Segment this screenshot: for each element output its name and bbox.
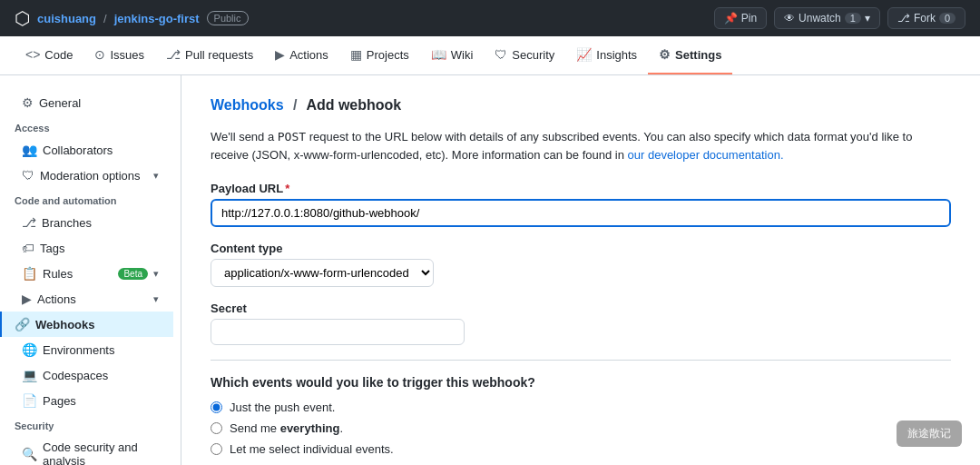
main-content: Webhooks / Add webhook We'll send a POST…	[181, 75, 980, 465]
sidebar-item-moderation[interactable]: 🛡 Moderation options ▾	[7, 163, 173, 188]
secret-input[interactable]	[211, 319, 465, 345]
breadcrumb-current: Add webhook	[306, 97, 401, 113]
beta-badge: Beta	[118, 268, 148, 280]
webhook-description: We'll send a POST request to the URL bel…	[211, 128, 951, 163]
sidebar-section-code-automation: Code and automation	[0, 188, 181, 210]
tab-pull-requests[interactable]: ⎇ Pull requests	[155, 36, 264, 74]
sidebar-item-actions[interactable]: ▶ Actions ▾	[7, 286, 173, 312]
breadcrumb-sep: /	[293, 97, 297, 113]
pin-button[interactable]: 📌 Pin	[714, 7, 767, 29]
payload-url-label: Payload URL*	[211, 182, 951, 195]
sidebar-item-general[interactable]: ⚙ General	[7, 90, 173, 115]
github-icon: ⬡	[15, 7, 30, 29]
content-type-select[interactable]: application/x-www-form-urlencoded applic…	[211, 259, 434, 287]
fork-icon: ⎇	[897, 12, 910, 25]
radio-everything[interactable]: Send me everything.	[211, 421, 951, 435]
sidebar-item-rules[interactable]: 📋 Rules Beta ▾	[7, 261, 173, 286]
events-radio-group: Just the push event. Send me everything.…	[211, 401, 951, 456]
actions-sidebar-icon: ▶	[22, 292, 32, 306]
tab-settings[interactable]: ⚙ Settings	[648, 36, 732, 74]
sidebar: ⚙ General Access 👥 Collaborators 🛡 Moder…	[0, 75, 181, 465]
chevron-icon: ▾	[153, 170, 159, 182]
tab-projects[interactable]: ▦ Projects	[339, 36, 420, 74]
events-question: Which events would you like to trigger t…	[211, 375, 951, 390]
unwatch-button[interactable]: 👁 Unwatch 1 ▾	[774, 7, 880, 29]
repo-name[interactable]: jenkins-go-first	[114, 12, 200, 25]
divider	[211, 360, 951, 361]
collaborators-icon: 👥	[22, 143, 37, 157]
chevron-icon: ▾	[153, 293, 159, 305]
watermark: 旅途散记	[897, 420, 962, 447]
radio-just-push[interactable]: Just the push event.	[211, 401, 951, 414]
breadcrumb: Webhooks / Add webhook	[211, 97, 951, 114]
chevron-icon: ▾	[153, 268, 159, 280]
sidebar-item-pages[interactable]: 📄 Pages	[7, 388, 173, 413]
repo-visibility-badge: Public	[207, 11, 249, 25]
pages-icon: 📄	[22, 393, 37, 408]
sidebar-item-environments[interactable]: 🌐 Environments	[7, 337, 173, 362]
sidebar-item-branches[interactable]: ⎇ Branches	[7, 210, 173, 235]
content-type-group: Content type application/x-www-form-urle…	[211, 242, 951, 287]
eye-icon: 👁	[784, 12, 795, 25]
pr-icon: ⎇	[166, 47, 181, 62]
wiki-icon: 📖	[431, 47, 446, 62]
radio-individual[interactable]: Let me select individual events.	[211, 442, 951, 456]
nav-tabs: <> Code ⊙ Issues ⎇ Pull requests ▶ Actio…	[0, 36, 980, 75]
projects-icon: ▦	[350, 47, 362, 62]
sidebar-section-security: Security	[0, 413, 181, 435]
secret-label: Secret	[211, 302, 951, 315]
codespaces-icon: 💻	[22, 368, 37, 382]
payload-url-group: Payload URL*	[211, 182, 951, 227]
tags-icon: 🏷	[22, 241, 34, 255]
pin-icon: 📌	[724, 12, 738, 25]
page-layout: ⚙ General Access 👥 Collaborators 🛡 Moder…	[0, 75, 980, 465]
environments-icon: 🌐	[22, 342, 37, 357]
tab-wiki[interactable]: 📖 Wiki	[420, 36, 485, 74]
tab-actions[interactable]: ▶ Actions	[264, 36, 339, 74]
tab-issues[interactable]: ⊙ Issues	[83, 36, 155, 74]
general-icon: ⚙	[22, 95, 34, 110]
sidebar-item-tags[interactable]: 🏷 Tags	[7, 235, 173, 261]
sidebar-section-access: Access	[0, 115, 181, 137]
secret-group: Secret	[211, 302, 951, 345]
branches-icon: ⎇	[22, 215, 36, 230]
payload-url-input[interactable]	[211, 199, 951, 227]
content-type-label: Content type	[211, 242, 951, 255]
code-security-icon: 🔍	[22, 447, 37, 461]
tab-code[interactable]: <> Code	[15, 36, 83, 74]
breadcrumb-parent[interactable]: Webhooks	[211, 97, 284, 113]
sidebar-item-webhooks[interactable]: 🔗 Webhooks	[0, 312, 173, 337]
repo-separator: /	[103, 12, 107, 25]
chevron-down-icon: ▾	[865, 12, 870, 25]
repo-actions: 📌 Pin 👁 Unwatch 1 ▾ ⎇ Fork 0	[714, 7, 965, 29]
actions-icon: ▶	[275, 47, 285, 62]
moderation-icon: 🛡	[22, 168, 34, 183]
sidebar-item-codespaces[interactable]: 💻 Codespaces	[7, 362, 173, 388]
tab-insights[interactable]: 📈 Insights	[565, 36, 648, 74]
security-icon: 🛡	[495, 47, 507, 62]
code-icon: <>	[25, 47, 40, 62]
sidebar-item-code-security[interactable]: 🔍 Code security and analysis	[7, 435, 173, 465]
insights-icon: 📈	[576, 47, 592, 62]
issues-icon: ⊙	[94, 47, 105, 62]
top-bar: ⬡ cuishuang / jenkins-go-first Public 📌 …	[0, 0, 980, 36]
webhooks-icon: 🔗	[15, 317, 30, 331]
tab-security[interactable]: 🛡 Security	[484, 36, 565, 74]
settings-icon: ⚙	[659, 47, 671, 62]
fork-button[interactable]: ⎇ Fork 0	[887, 7, 965, 29]
sidebar-item-collaborators[interactable]: 👥 Collaborators	[7, 137, 173, 163]
docs-link[interactable]: our developer documentation.	[628, 148, 784, 162]
rules-icon: 📋	[22, 266, 37, 281]
repo-owner[interactable]: cuishuang	[37, 12, 96, 25]
